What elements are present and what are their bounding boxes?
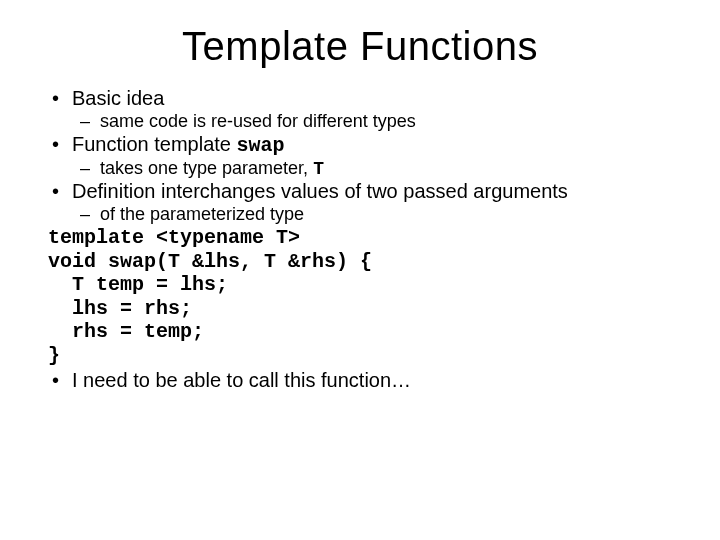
bullet-text: Definition interchanges values of two pa… (72, 180, 568, 202)
bullet-text: Basic idea (72, 87, 164, 109)
bullet-call-function: I need to be able to call this function… (48, 369, 680, 392)
bullet-text: I need to be able to call this function… (72, 369, 411, 391)
slide-content: Basic idea same code is re-used for diff… (40, 87, 680, 392)
code-block: template <typename T> void swap(T &lhs, … (48, 226, 680, 368)
sub-bullet-text: takes one type parameter, (100, 158, 313, 178)
code-line: rhs = temp; (48, 320, 204, 343)
bullet-function-template: Function template swap takes one type pa… (48, 133, 680, 180)
code-line: lhs = rhs; (48, 297, 192, 320)
sub-bullet: of the parameterized type (72, 204, 680, 225)
code-line: T temp = lhs; (48, 273, 228, 296)
slide: Template Functions Basic idea same code … (0, 0, 720, 540)
sub-bullet: same code is re-used for different types (72, 111, 680, 132)
bullet-list: I need to be able to call this function… (48, 369, 680, 392)
bullet-basic-idea: Basic idea same code is re-used for diff… (48, 87, 680, 132)
inline-code: swap (237, 134, 285, 157)
sub-bullet: takes one type parameter, T (72, 158, 680, 180)
bullet-list: Basic idea same code is re-used for diff… (48, 87, 680, 225)
slide-title: Template Functions (40, 24, 680, 69)
code-line: void swap(T &lhs, T &rhs) { (48, 250, 372, 273)
inline-code: T (313, 159, 324, 179)
code-line: } (48, 344, 60, 367)
code-line: template <typename T> (48, 226, 300, 249)
bullet-text: Function template (72, 133, 237, 155)
bullet-definition: Definition interchanges values of two pa… (48, 180, 680, 225)
